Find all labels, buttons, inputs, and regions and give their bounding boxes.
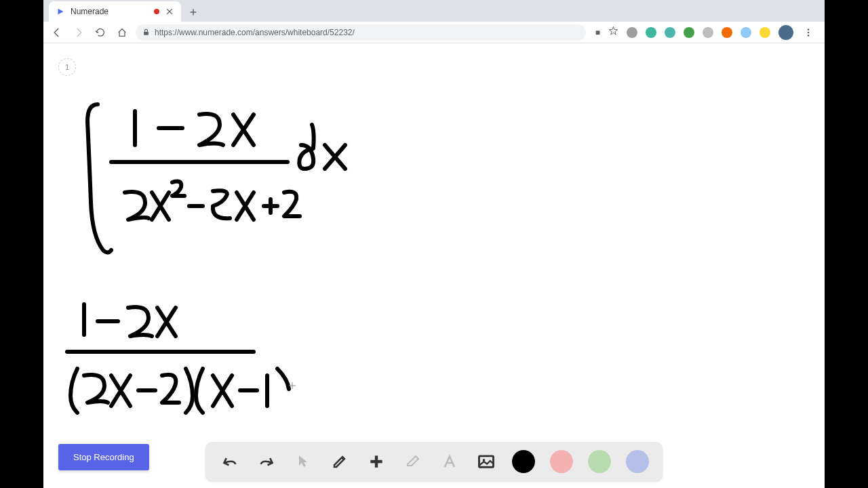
eraser-tool[interactable]: [402, 451, 424, 472]
svg-rect-1: [144, 31, 149, 35]
extension-icon[interactable]: [646, 27, 656, 38]
svg-point-4: [808, 35, 810, 37]
pillarbox-right: [825, 0, 868, 488]
new-tab-button[interactable]: [184, 3, 203, 22]
svg-marker-0: [58, 9, 64, 15]
extension-icon[interactable]: [741, 27, 751, 38]
browser-window: Numerade: [43, 0, 825, 488]
extension-icons: ■: [591, 25, 819, 40]
stop-recording-button[interactable]: Stop Recording: [58, 444, 149, 470]
home-button[interactable]: [114, 24, 130, 41]
kebab-menu-icon[interactable]: [802, 26, 815, 39]
recording-indicator-icon: [154, 9, 159, 14]
star-icon[interactable]: [608, 26, 618, 39]
color-red[interactable]: [550, 450, 573, 473]
back-button[interactable]: [49, 24, 65, 41]
pillarbox-left: [0, 0, 43, 488]
pointer-tool[interactable]: [292, 451, 314, 472]
extension-icon[interactable]: [665, 27, 675, 38]
address-bar: https://www.numerade.com/answers/whitebo…: [43, 22, 825, 43]
browser-tab[interactable]: Numerade: [49, 1, 181, 22]
close-icon[interactable]: [165, 7, 174, 16]
url-text: https://www.numerade.com/answers/whitebo…: [155, 28, 355, 37]
extension-icon[interactable]: [722, 27, 732, 38]
svg-point-3: [808, 31, 810, 33]
extension-icon[interactable]: [627, 27, 637, 38]
color-black[interactable]: [512, 450, 535, 473]
lock-icon: [142, 28, 151, 37]
color-blue[interactable]: [626, 450, 649, 473]
text-tool[interactable]: [439, 451, 460, 472]
avatar[interactable]: [778, 25, 793, 40]
forward-button[interactable]: [71, 24, 87, 41]
svg-point-2: [808, 28, 810, 30]
color-green[interactable]: [588, 450, 611, 473]
extension-icon[interactable]: [760, 27, 770, 38]
add-tool[interactable]: [366, 451, 387, 472]
url-field[interactable]: https://www.numerade.com/answers/whitebo…: [136, 24, 586, 41]
whiteboard-toolbar: [205, 442, 663, 481]
video-icon[interactable]: ■: [595, 28, 600, 37]
handwriting-layer: [43, 43, 825, 488]
extension-icon[interactable]: [703, 27, 713, 38]
redo-button[interactable]: [256, 451, 277, 472]
tab-strip: Numerade: [43, 0, 825, 22]
tab-title: Numerade: [71, 7, 149, 16]
play-icon: [56, 7, 65, 16]
extension-icon[interactable]: [684, 27, 694, 38]
whiteboard-canvas[interactable]: 1: [43, 43, 825, 488]
reload-button[interactable]: [92, 24, 108, 41]
undo-button[interactable]: [219, 451, 241, 472]
image-tool[interactable]: [475, 451, 497, 472]
pen-tool[interactable]: [329, 451, 351, 472]
